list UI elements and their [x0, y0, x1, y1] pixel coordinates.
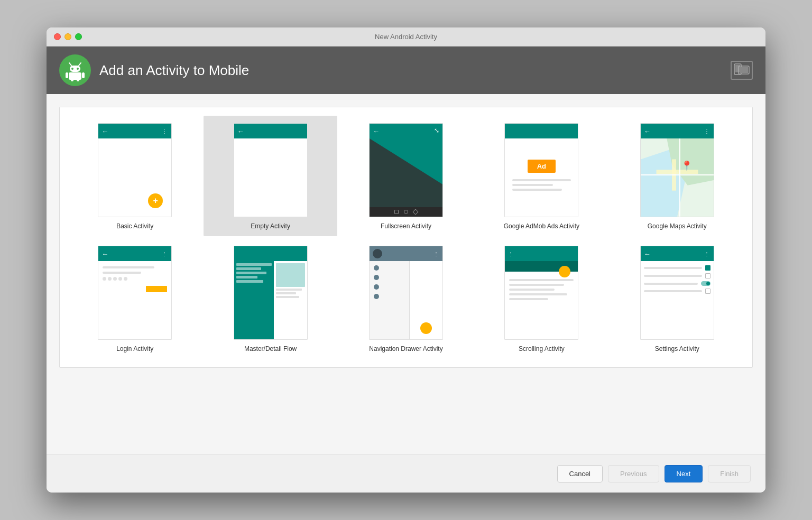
svg-point-4	[71, 68, 73, 70]
fullscreen-preview: ← ⤡	[369, 123, 443, 217]
settings-activity-label: Settings Activity	[655, 345, 699, 352]
android-logo-svg	[63, 59, 87, 82]
header-title: Add an Activity to Mobile	[99, 62, 249, 79]
activity-item-empty[interactable]: ← Empty Activity	[204, 116, 337, 236]
admob-activity-label: Google AdMob Ads Activity	[504, 222, 579, 230]
device-icon	[731, 61, 753, 80]
svg-point-5	[77, 68, 79, 70]
masterdetail-preview	[234, 246, 308, 340]
maps-activity-label: Google Maps Activity	[648, 222, 707, 230]
activity-item-masterdetail[interactable]: Master/Detail Flow	[204, 238, 337, 359]
admob-preview: Ad	[504, 123, 578, 217]
maximize-button[interactable]	[75, 33, 82, 40]
svg-rect-7	[66, 72, 68, 78]
empty-preview: ←	[234, 123, 308, 217]
close-button[interactable]	[54, 33, 61, 40]
activity-item-fullscreen[interactable]: ← ⤡	[339, 116, 473, 236]
minimize-button[interactable]	[64, 33, 71, 40]
footer: Cancel Previous Next Finish	[47, 454, 765, 493]
activity-item-maps[interactable]: ← ⋮	[611, 116, 744, 236]
svg-rect-14	[740, 67, 748, 73]
next-button[interactable]: Next	[665, 465, 703, 482]
settings-preview: ← ⋮	[640, 246, 714, 340]
activity-item-settings[interactable]: ← ⋮	[611, 238, 744, 359]
window-title: New Android Activity	[375, 33, 437, 41]
svg-rect-10	[77, 79, 79, 81]
activity-item-navdrawer[interactable]: ⋮	[339, 238, 473, 359]
fullscreen-activity-label: Fullscreen Activity	[381, 222, 431, 230]
main-window: New Android Activity	[47, 27, 765, 493]
navdrawer-preview: ⋮	[369, 246, 443, 340]
ad-banner: Ad	[528, 160, 556, 173]
scrolling-preview: ⋮	[504, 246, 578, 340]
previous-button: Previous	[608, 465, 659, 482]
activities-grid: ← ⋮ + Basic Activity ←	[59, 107, 753, 368]
svg-rect-9	[71, 79, 73, 81]
fab-icon: +	[148, 193, 163, 208]
activity-item-admob[interactable]: Ad Google AdMob Ads Activity	[475, 116, 608, 236]
activity-item-basic[interactable]: ← ⋮ + Basic Activity	[68, 116, 201, 236]
activity-item-login[interactable]: ← ⋮	[68, 238, 201, 359]
title-bar: New Android Activity	[47, 27, 765, 47]
scrolling-activity-label: Scrolling Activity	[519, 345, 565, 352]
masterdetail-activity-label: Master/Detail Flow	[244, 345, 297, 352]
device-icon-svg	[734, 63, 750, 77]
back-arrow-icon: ←	[102, 127, 108, 135]
back-arrow-icon: ←	[237, 127, 244, 135]
android-logo	[59, 54, 91, 86]
basic-activity-label: Basic Activity	[116, 222, 153, 230]
header-left: Add an Activity to Mobile	[59, 54, 249, 86]
svg-rect-6	[69, 72, 81, 80]
window-controls	[54, 33, 82, 40]
svg-marker-15	[370, 138, 442, 207]
svg-rect-8	[82, 72, 85, 78]
ad-lines	[512, 179, 570, 193]
finish-button: Finish	[708, 465, 751, 482]
cancel-button[interactable]: Cancel	[557, 465, 603, 482]
menu-dots-icon: ⋮	[162, 128, 168, 134]
login-preview: ← ⋮	[98, 246, 172, 340]
main-content: ← ⋮ + Basic Activity ←	[47, 94, 765, 454]
activity-item-scrolling[interactable]: ⋮ Sc	[475, 238, 608, 359]
basic-preview: ← ⋮ +	[98, 123, 172, 217]
login-activity-label: Login Activity	[116, 345, 153, 352]
maps-preview: ← ⋮	[640, 123, 714, 217]
header: Add an Activity to Mobile	[47, 47, 765, 94]
empty-activity-label: Empty Activity	[251, 222, 290, 230]
navdrawer-activity-label: Navigation Drawer Activity	[369, 345, 442, 352]
